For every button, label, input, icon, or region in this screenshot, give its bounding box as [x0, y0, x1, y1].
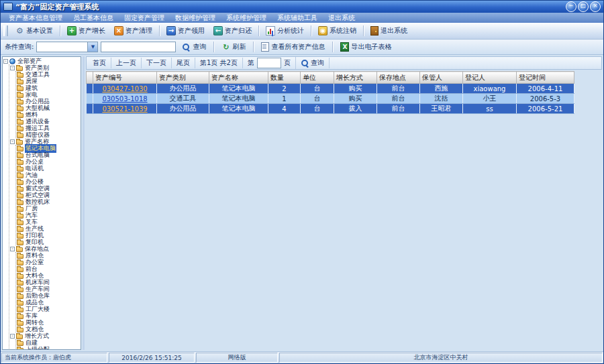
- toolbar-button-label: 基本设置: [26, 26, 53, 36]
- row-selector: [87, 104, 93, 114]
- column-header[interactable]: 数量: [268, 72, 301, 84]
- chevron-down-icon: ▼: [87, 42, 97, 52]
- query-input[interactable]: [101, 42, 176, 52]
- toolbar-button-label: 退出系统: [381, 26, 407, 36]
- pager-link[interactable]: 上一页: [111, 58, 142, 68]
- column-header[interactable]: 保管人: [420, 72, 463, 84]
- table-cell: 拨入: [334, 104, 377, 114]
- folder-icon: [17, 187, 23, 192]
- minimize-button[interactable]: ─: [566, 1, 576, 12]
- table-cell: 4: [268, 104, 301, 114]
- column-header[interactable]: 资产名称: [209, 72, 268, 84]
- tree-label: 上级分配: [25, 345, 50, 351]
- close-button[interactable]: ×: [590, 1, 601, 12]
- goto-page-input[interactable]: [257, 58, 281, 68]
- status-segment: 网络版: [196, 353, 278, 363]
- table-row[interactable]: 030521-1039办公用品笔记本电脑4台拨入前台王昭君ss2006-5-21: [87, 104, 574, 114]
- menu-item[interactable]: 系统维护管理: [221, 13, 272, 23]
- pager-link[interactable]: 首页: [88, 58, 111, 68]
- column-header[interactable]: 单位: [301, 72, 334, 84]
- table-cell: 台: [301, 94, 334, 104]
- toolbar-button[interactable]: →资产领用: [163, 25, 208, 37]
- title-bar: “富方”固定资产管理系统 ─ □ ×: [1, 1, 603, 13]
- tree-children: -资产类别交通工具房屋建筑家电办公用品大型机械燃料通讯设备搬运工具精密仪器-资产…: [9, 64, 80, 350]
- column-header[interactable]: 增长方式: [334, 72, 377, 84]
- toolbar-button[interactable]: 分析统计: [262, 25, 307, 37]
- status-segment: 北京市海淀区中关村: [279, 353, 603, 363]
- asset-id-link[interactable]: 030521-1039: [93, 104, 157, 114]
- table-row[interactable]: 030503-1018交通工具笔记本电脑1台购买前台沈括小王2006-5-3: [87, 94, 574, 104]
- app-icon: [3, 3, 13, 11]
- toolbar-button[interactable]: ×资产清理: [111, 25, 156, 37]
- table-cell: 2006-5-21: [517, 104, 574, 114]
- column-header[interactable]: 保存地点: [377, 72, 420, 84]
- querybar-button[interactable]: 查询: [179, 42, 209, 52]
- pager-link[interactable]: 下一页: [142, 58, 172, 68]
- folder-icon: [16, 247, 23, 252]
- folder-icon: [17, 93, 23, 98]
- asset-clear-icon: ×: [114, 26, 123, 36]
- window-title: “富方”固定资产管理系统: [15, 2, 563, 12]
- folder-icon: [17, 328, 23, 332]
- menu-item[interactable]: 固定资产管理: [119, 13, 170, 23]
- folder-icon: [17, 254, 23, 259]
- toolbar-button-label: 分析统计: [277, 26, 304, 36]
- querybar-button[interactable]: ↻刷新: [218, 42, 249, 52]
- column-header[interactable]: 资产类别: [157, 72, 209, 84]
- folder-icon: [17, 180, 23, 185]
- pager-link[interactable]: 尾页: [172, 58, 195, 68]
- folder-icon: [17, 261, 23, 265]
- table-cell: 购买: [334, 84, 377, 94]
- maximize-button[interactable]: □: [578, 1, 589, 12]
- toolbar-button[interactable]: +资产增长: [64, 25, 109, 37]
- folder-icon: [17, 308, 23, 312]
- expander-icon[interactable]: -: [10, 66, 15, 70]
- table-cell: 王昭君: [420, 104, 463, 114]
- pager-search-label: 查询: [311, 58, 324, 68]
- table-cell: ss: [463, 104, 517, 114]
- toolbar-button-label: 系统注销: [330, 26, 356, 36]
- folder-icon: [17, 133, 23, 138]
- status-bar: 当前系统操作员：唐伯虎2016/2/26 15:51:25网络版北京市海淀区中关…: [1, 351, 603, 363]
- column-header[interactable]: 登记人: [463, 72, 517, 84]
- query-field-select[interactable]: ▼: [36, 42, 98, 52]
- asset-id-link[interactable]: 030427-1030: [93, 84, 157, 94]
- page-info: 第1页 共2页: [195, 58, 243, 68]
- tree-item[interactable]: -保存地点: [10, 245, 80, 252]
- asset-id-link[interactable]: 030503-1018: [93, 94, 157, 104]
- menu-item[interactable]: 退出系统: [323, 13, 360, 23]
- toolbar-button[interactable]: ⚙基本设置: [12, 25, 56, 37]
- status-segment: 当前系统操作员：唐伯虎: [1, 353, 107, 363]
- splitter[interactable]: [83, 56, 85, 350]
- folder-icon: [17, 80, 23, 84]
- menu-item[interactable]: 员工基本信息: [68, 13, 119, 23]
- tree-item[interactable]: 上级分配: [17, 346, 80, 350]
- toolbar-button-label: 资产归还: [225, 26, 252, 36]
- folder-icon: [17, 341, 23, 346]
- column-header[interactable]: 资产编号: [93, 72, 157, 84]
- expander-icon[interactable]: -: [10, 247, 15, 251]
- toolbar-button[interactable]: ◉系统注销: [315, 25, 360, 37]
- menu-item[interactable]: 数据维护管理: [170, 13, 221, 23]
- settings-icon: ⚙: [15, 27, 24, 36]
- tree-item[interactable]: -增长方式: [10, 332, 80, 339]
- expander-icon[interactable]: -: [10, 139, 15, 144]
- expander-icon[interactable]: -: [10, 334, 15, 339]
- table-cell: xiaowang: [463, 84, 517, 94]
- status-segment: 2016/2/26 15:51:25: [109, 353, 195, 363]
- expander-icon[interactable]: -: [3, 59, 8, 64]
- folder-icon: [17, 301, 23, 306]
- toolbar-button[interactable]: 退出系统: [367, 25, 411, 37]
- menu-item[interactable]: 系统辅助工具: [272, 13, 323, 23]
- querybar-button[interactable]: 查看所有资产信息: [258, 42, 328, 52]
- menu-item[interactable]: 资产基本信息管理: [3, 13, 68, 23]
- querybar-button-label: 导出电子表格: [351, 42, 391, 52]
- asset-add-icon: +: [67, 26, 77, 36]
- column-header[interactable]: 登记时间: [517, 72, 574, 84]
- folder-icon: [17, 154, 23, 158]
- table-row[interactable]: 030427-1030办公用品笔记本电脑2台购买前台西施xiaowang2006…: [87, 84, 574, 94]
- pager-search-button[interactable]: 查询: [296, 58, 330, 68]
- toolbar-button[interactable]: ←资产归还: [210, 25, 255, 37]
- querybar-separator: [332, 42, 333, 52]
- querybar-button[interactable]: X导出电子表格: [337, 42, 395, 52]
